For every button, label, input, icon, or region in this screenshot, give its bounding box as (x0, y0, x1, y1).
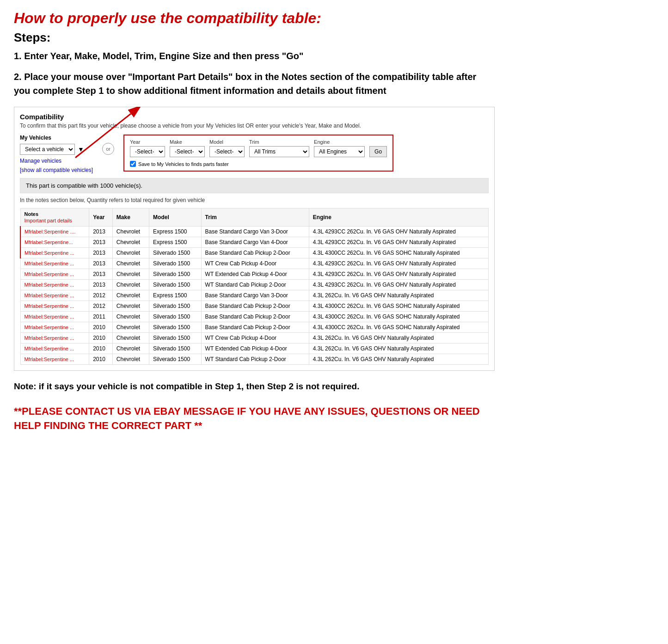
make-cell: Chevrolet (112, 227, 149, 237)
engine-cell: 4.3L 4300CC 262Cu. In. V6 GAS SOHC Natur… (309, 301, 488, 312)
engine-cell: 4.3L 4293CC 262Cu. In. V6 GAS OHV Natura… (309, 237, 488, 248)
notes-cell: Mfrlabel:Serpentine ... (20, 258, 89, 269)
model-label: Model (209, 139, 245, 145)
make-cell: Chevrolet (112, 354, 149, 365)
trim-cell: WT Standard Cab Pickup 2-Door (201, 280, 309, 290)
step-2-text: 2. Place your mouse over "Important Part… (14, 70, 495, 98)
notes-cell: Mfrlabel:Serpentine ... (20, 322, 89, 333)
notes-cell: Mfrlabel:Serpentine .... (20, 227, 89, 237)
trim-cell: Base Standard Cargo Van 3-Door (201, 290, 309, 301)
compatible-count: This part is compatible with 1000 vehicl… (20, 178, 489, 193)
trim-cell: Base Standard Cab Pickup 2-Door (201, 248, 309, 258)
engine-select[interactable]: All Engines (314, 146, 365, 157)
year-cell: 2012 (89, 290, 113, 301)
show-all-link[interactable]: [show all compatible vehicles] (20, 167, 93, 173)
trim-cell: Base Standard Cargo Van 3-Door (201, 227, 309, 237)
trim-cell: Base Standard Cab Pickup 2-Door (201, 322, 309, 333)
notes-cell: Mfrlabel:Serpentine ... (20, 248, 89, 258)
table-row: Mfrlabel:Serpentine ... 2010 Chevrolet S… (20, 322, 489, 333)
table-row: Mfrlabel:Serpentine ... 2012 Chevrolet E… (20, 290, 489, 301)
go-button[interactable]: Go (369, 146, 387, 157)
trim-cell: WT Extended Cab Pickup 4-Door (201, 343, 309, 354)
notes-cell: Mfrlabel:Serpentine ... (20, 343, 89, 354)
table-row: Mfrlabel:Serpentine ... 2012 Chevrolet S… (20, 301, 489, 312)
make-cell: Chevrolet (112, 312, 149, 322)
model-cell: Silverado 1500 (149, 354, 202, 365)
svg-line-1 (75, 114, 131, 158)
model-select[interactable]: -Select- (209, 146, 245, 157)
model-cell: Silverado 1500 (149, 280, 202, 290)
note-text: Note: if it says your vehicle is not com… (14, 380, 495, 393)
notes-header-label: Notes (25, 211, 39, 217)
make-cell: Chevrolet (112, 269, 149, 280)
step-1-text: 1. Enter Year, Make, Model, Trim, Engine… (14, 49, 495, 62)
trim-cell: WT Extended Cab Pickup 4-Door (201, 269, 309, 280)
engine-header: Engine (309, 209, 488, 227)
make-label: Make (170, 139, 205, 145)
quantity-note: In the notes section below, Quantity ref… (20, 197, 489, 203)
year-cell: 2010 (89, 343, 113, 354)
year-cell: 2013 (89, 280, 113, 290)
make-field: Make -Select- (170, 139, 205, 157)
table-row: Mfrlabel:Serpentine ... 2011 Chevrolet S… (20, 312, 489, 322)
make-cell: Chevrolet (112, 301, 149, 312)
notes-cell: Mfrlabel:Serpentine ... (20, 301, 89, 312)
year-cell: 2010 (89, 333, 113, 343)
engine-label: Engine (314, 139, 365, 145)
make-cell: Chevrolet (112, 343, 149, 354)
compatibility-section: Compatibility To confirm that this part … (14, 107, 495, 371)
trim-cell: Base Standard Cab Pickup 2-Door (201, 312, 309, 322)
year-header: Year (89, 209, 113, 227)
trim-header: Trim (201, 209, 309, 227)
make-cell: Chevrolet (112, 290, 149, 301)
notes-cell: Mfrlabel:Serpentine ... (20, 269, 89, 280)
table-row: Mfrlabel:Serpentine ... 2013 Chevrolet S… (20, 269, 489, 280)
engine-cell: 4.3L 4300CC 262Cu. In. V6 GAS SOHC Natur… (309, 312, 488, 322)
engine-cell: 4.3L 262Cu. In. V6 GAS OHV Naturally Asp… (309, 333, 488, 343)
trim-cell: WT Crew Cab Pickup 4-Door (201, 258, 309, 269)
year-cell: 2013 (89, 237, 113, 248)
model-cell: Silverado 1500 (149, 301, 202, 312)
notes-cell: Mfrlabel:Serpentine... (20, 237, 89, 248)
year-cell: 2010 (89, 354, 113, 365)
table-row: Mfrlabel:Serpentine ... 2010 Chevrolet S… (20, 333, 489, 343)
engine-cell: 4.3L 4300CC 262Cu. In. V6 GAS SOHC Natur… (309, 322, 488, 333)
engine-cell: 4.3L 262Cu. In. V6 GAS OHV Naturally Asp… (309, 343, 488, 354)
engine-field: Engine All Engines (314, 139, 365, 157)
table-row: Mfrlabel:Serpentine ... 2013 Chevrolet S… (20, 258, 489, 269)
year-cell: 2013 (89, 227, 113, 237)
year-cell: 2013 (89, 248, 113, 258)
make-cell: Chevrolet (112, 333, 149, 343)
model-cell: Express 1500 (149, 227, 202, 237)
make-select[interactable]: -Select- (170, 146, 205, 157)
steps-heading: Steps: (14, 31, 495, 45)
make-cell: Chevrolet (112, 280, 149, 290)
model-cell: Silverado 1500 (149, 343, 202, 354)
engine-cell: 4.3L 262Cu. In. V6 GAS OHV Naturally Asp… (309, 354, 488, 365)
notes-header: Notes Important part details (20, 209, 89, 227)
make-cell: Chevrolet (112, 237, 149, 248)
engine-cell: 4.3L 4300CC 262Cu. In. V6 GAS SOHC Natur… (309, 248, 488, 258)
compatibility-table: Notes Important part details Year Make M… (20, 208, 489, 365)
vehicle-select-dropdown[interactable]: Select a vehicle (20, 144, 75, 155)
trim-cell: Base Standard Cab Pickup 2-Door (201, 301, 309, 312)
year-cell: 2012 (89, 301, 113, 312)
notes-cell: Mfrlabel:Serpentine ... (20, 280, 89, 290)
engine-cell: 4.3L 4293CC 262Cu. In. V6 GAS OHV Natura… (309, 269, 488, 280)
notes-cell: Mfrlabel:Serpentine ... (20, 333, 89, 343)
trim-select[interactable]: All Trims (249, 146, 309, 157)
engine-cell: 4.3L 4293CC 262Cu. In. V6 GAS OHV Natura… (309, 227, 488, 237)
engine-cell: 4.3L 4293CC 262Cu. In. V6 GAS OHV Natura… (309, 280, 488, 290)
model-cell: Silverado 1500 (149, 258, 202, 269)
table-row: Mfrlabel:Serpentine ... 2013 Chevrolet S… (20, 248, 489, 258)
arrow-graphic (71, 107, 145, 162)
table-row: Mfrlabel:Serpentine ... 2013 Chevrolet S… (20, 280, 489, 290)
table-row: Mfrlabel:Serpentine ... 2010 Chevrolet S… (20, 354, 489, 365)
trim-cell: Base Standard Cargo Van 4-Door (201, 237, 309, 248)
model-cell: Silverado 1500 (149, 333, 202, 343)
save-label: Save to My Vehicles to finds parts faste… (138, 161, 229, 167)
trim-cell: WT Standard Cab Pickup 2-Door (201, 354, 309, 365)
model-field: Model -Select- (209, 139, 245, 157)
trim-label: Trim (249, 139, 309, 145)
make-cell: Chevrolet (112, 258, 149, 269)
